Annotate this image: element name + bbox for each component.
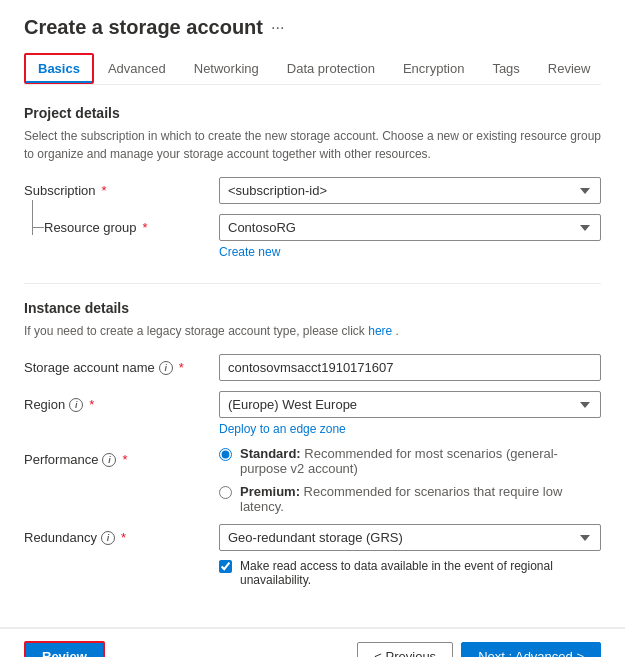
region-row: Region i * (Europe) West Europe Deploy t… <box>24 391 601 436</box>
create-new-link[interactable]: Create new <box>219 245 601 259</box>
tab-networking[interactable]: Networking <box>180 53 273 84</box>
storage-name-input[interactable] <box>219 354 601 381</box>
tab-data-protection[interactable]: Data protection <box>273 53 389 84</box>
performance-premium-label: Premium: Recommended for scenarios that … <box>240 484 601 514</box>
subscription-control: <subscription-id> <box>219 177 601 204</box>
performance-label: Performance i * <box>24 446 219 467</box>
redundancy-label: Redundancy i * <box>24 524 219 545</box>
required-indicator-perf: * <box>122 452 127 467</box>
subscription-label: Subscription * <box>24 177 219 198</box>
performance-radio-group: Standard: Recommended for most scenarios… <box>219 446 601 514</box>
performance-standard-option[interactable]: Standard: Recommended for most scenarios… <box>219 446 601 476</box>
project-details-section: Project details Select the subscription … <box>24 105 601 259</box>
read-access-label: Make read access to data available in th… <box>240 559 601 587</box>
project-details-description: Select the subscription in which to crea… <box>24 127 601 163</box>
here-link[interactable]: here <box>368 324 392 338</box>
region-label: Region i * <box>24 391 219 412</box>
redundancy-dropdown[interactable]: Geo-redundant storage (GRS) <box>219 524 601 551</box>
tab-tags[interactable]: Tags <box>478 53 533 84</box>
redundancy-control: Geo-redundant storage (GRS) Make read ac… <box>219 524 601 587</box>
performance-row: Performance i * Standard: Recommended fo… <box>24 446 601 514</box>
redundancy-row: Redundancy i * Geo-redundant storage (GR… <box>24 524 601 587</box>
instance-details-title: Instance details <box>24 300 601 316</box>
performance-info-icon[interactable]: i <box>102 453 116 467</box>
resource-group-label: Resource group * <box>24 214 219 235</box>
instance-details-section: Instance details If you need to create a… <box>24 300 601 587</box>
required-indicator-name: * <box>179 360 184 375</box>
redundancy-info-icon[interactable]: i <box>101 531 115 545</box>
subscription-dropdown[interactable]: <subscription-id> <box>219 177 601 204</box>
required-indicator-rg: * <box>143 220 148 235</box>
region-info-icon[interactable]: i <box>69 398 83 412</box>
performance-control: Standard: Recommended for most scenarios… <box>219 446 601 514</box>
tab-advanced[interactable]: Advanced <box>94 53 180 84</box>
performance-premium-radio[interactable] <box>219 486 232 499</box>
deploy-edge-link[interactable]: Deploy to an edge zone <box>219 422 601 436</box>
performance-standard-label: Standard: Recommended for most scenarios… <box>240 446 601 476</box>
instance-details-description: If you need to create a legacy storage a… <box>24 322 601 340</box>
read-access-checkbox[interactable] <box>219 560 232 573</box>
project-details-title: Project details <box>24 105 601 121</box>
tab-review[interactable]: Review <box>534 53 605 84</box>
storage-name-control <box>219 354 601 381</box>
region-dropdown[interactable]: (Europe) West Europe <box>219 391 601 418</box>
performance-standard-radio[interactable] <box>219 448 232 461</box>
tab-basics[interactable]: Basics <box>24 53 94 84</box>
resource-group-dropdown[interactable]: ContosoRG <box>219 214 601 241</box>
storage-name-label: Storage account name i * <box>24 354 219 375</box>
next-advanced-button[interactable]: Next : Advanced > <box>461 642 601 657</box>
tab-encryption[interactable]: Encryption <box>389 53 478 84</box>
review-button[interactable]: Review <box>24 641 105 657</box>
page-title: Create a storage account <box>24 16 263 39</box>
storage-name-info-icon[interactable]: i <box>159 361 173 375</box>
previous-button[interactable]: < Previous <box>357 642 453 657</box>
required-indicator: * <box>102 183 107 198</box>
required-indicator-redundancy: * <box>121 530 126 545</box>
tabs-bar: Basics Advanced Networking Data protecti… <box>24 53 601 85</box>
ellipsis-menu-icon[interactable]: ··· <box>271 19 284 37</box>
region-control: (Europe) West Europe Deploy to an edge z… <box>219 391 601 436</box>
storage-name-row: Storage account name i * <box>24 354 601 381</box>
resource-group-control: ContosoRG Create new <box>219 214 601 259</box>
subscription-row: Subscription * <subscription-id> <box>24 177 601 204</box>
section-divider-1 <box>24 283 601 284</box>
resource-group-row: Resource group * ContosoRG Create new <box>24 214 601 259</box>
read-access-checkbox-row[interactable]: Make read access to data available in th… <box>219 559 601 587</box>
performance-premium-option[interactable]: Premium: Recommended for scenarios that … <box>219 484 601 514</box>
footer: Review < Previous Next : Advanced > <box>0 628 625 657</box>
required-indicator-region: * <box>89 397 94 412</box>
